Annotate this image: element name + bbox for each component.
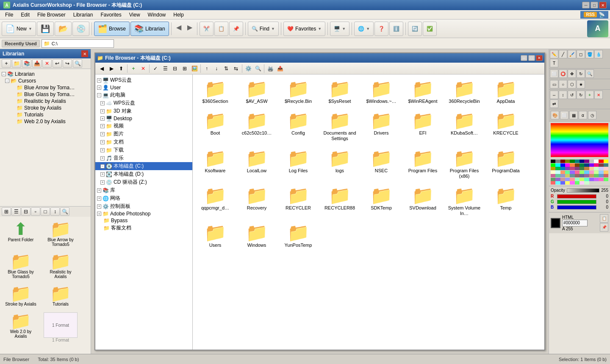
color-cell[interactable] [575,181,580,185]
file-item[interactable]: 📁 SVDownload [404,185,442,218]
file-item[interactable]: 📁 Boot [196,110,234,143]
lib-new-lib-button[interactable]: 📚 [22,59,31,68]
tree-adobe[interactable]: + 📁 Adobe Photoshop [95,210,192,217]
color-cell[interactable] [551,171,555,174]
rp-flip-v[interactable]: ↕ [559,91,567,99]
tree-item-realistic[interactable]: 📁 Realistic by Axialis [0,98,91,105]
fb-print[interactable]: 🖨️ [266,64,275,73]
rp-color-swap[interactable]: ⇄ [550,99,558,108]
check-button[interactable]: ✅ [423,22,437,36]
file-item[interactable]: 📁 KRECYCLE [487,110,525,143]
color-cell[interactable] [575,171,580,174]
expand-3d[interactable]: + [100,109,105,113]
file-item[interactable]: 📁 EFI [404,110,442,143]
tree-item-stroke[interactable]: 📁 Stroke by Axialis [0,105,91,111]
color-cell[interactable] [584,167,589,170]
file-item[interactable]: 📁 $AV_ASW [238,78,276,106]
thumb-stroke[interactable]: 📁 Stroke by Axialis [2,283,40,309]
tree-library[interactable]: + 📚 库 [95,186,192,194]
rp-text[interactable]: T [550,59,558,67]
color-cell[interactable] [555,178,560,181]
file-item[interactable]: 📁 Documents and Settings [321,110,359,143]
fb-sort1[interactable]: ↑ [202,64,211,73]
expand-librarian[interactable]: − [2,72,6,76]
thumb-tutorials[interactable]: 📁 Tutorials [42,283,80,309]
rp-rect[interactable]: ▭ [550,80,558,88]
color-cell[interactable] [594,174,599,177]
expand-video[interactable]: + [100,124,105,128]
color-cell[interactable] [584,160,589,163]
color-cell[interactable] [560,160,565,163]
file-item[interactable]: 📁 c62c502c10… [238,110,276,143]
view-mode-2[interactable]: ☰ [11,207,21,216]
color-cell[interactable] [604,160,608,163]
color-cell[interactable] [555,167,560,170]
color-cell[interactable] [555,163,560,167]
cut-button[interactable]: ✂️ [200,22,214,36]
menu-help[interactable]: Help [170,11,187,19]
rp-history[interactable]: ◷ [588,111,596,119]
file-item[interactable]: 📁 KDubaSoft… [445,110,483,143]
color-cell[interactable] [565,163,570,167]
color-cell[interactable] [580,163,584,167]
copy-button[interactable]: 📋 [214,22,228,36]
thumb-filter[interactable]: 🔍 [60,207,69,216]
html-input[interactable] [562,220,588,226]
color-cell[interactable] [580,181,584,185]
file-item[interactable]: 📁 YunPosTemp [279,222,317,250]
fb-sort3[interactable]: ⇅ [222,64,231,73]
color-cell[interactable] [565,171,570,174]
color-cell[interactable] [565,178,570,181]
color-cell[interactable] [599,163,603,167]
color-cell[interactable] [560,181,565,185]
tree-music[interactable]: + 🎵 音乐 [95,154,192,162]
color-cell[interactable] [551,163,555,167]
expand-downloads[interactable]: + [100,148,105,152]
tree-this-pc[interactable]: − 💻 此电脑 [95,91,192,99]
info-button[interactable]: ℹ️ [389,22,403,36]
tree-bypass[interactable]: 📁 Bypass [95,217,192,224]
thumb-parent-folder[interactable]: ⬆ Parent Folder [2,218,40,249]
expand-wps[interactable]: + [97,78,101,83]
lib-redo-button[interactable]: ↪ [63,59,72,68]
color-cell[interactable] [570,171,574,174]
color-gradient[interactable] [551,123,608,157]
file-item[interactable]: 📁 $WinREAgent [404,78,442,106]
color-cell[interactable] [565,181,570,185]
fb-close-button[interactable]: ✕ [536,55,543,61]
file-item[interactable]: 📁 Users [196,222,234,250]
browse-button[interactable]: 🗂️ Browse [94,22,130,36]
rp-star[interactable]: ★ [577,80,585,88]
tree-documents[interactable]: + 📁 文档 [95,138,192,146]
rp-pattern[interactable]: ▦ [569,111,578,119]
fb-forward-button[interactable]: ▶ [107,64,116,73]
color-cell[interactable] [584,163,589,167]
view-mode-3[interactable]: ⊟ [21,207,30,216]
color-cell[interactable] [560,171,565,174]
expand-library[interactable]: + [97,188,101,193]
rp-line[interactable]: ╱ [559,50,567,58]
color-cell[interactable] [589,178,594,181]
tree-cd-drive[interactable]: + 💿 CD 驱动器 (Z:) [95,178,192,186]
tree-network[interactable]: + 🌐 网络 [95,194,192,202]
expand-desktop[interactable]: + [100,116,105,121]
file-item[interactable]: 📁 AppData [487,78,525,106]
expand-music[interactable]: + [100,156,105,160]
tree-desktop[interactable]: + 🖥️ Desktop [95,115,192,122]
color-cell[interactable] [599,178,603,181]
open-button[interactable]: 📂 [55,22,72,36]
fb-options[interactable]: ⚙️ [244,64,253,73]
color-cell[interactable] [580,160,584,163]
color-cell[interactable] [589,171,594,174]
rp-rotate-right[interactable]: ↻ [577,91,585,99]
fb-add-button[interactable]: + [129,64,138,73]
rp-rotate-left[interactable]: ↺ [568,91,576,99]
lib-search-button[interactable]: 🔍 [73,59,82,68]
color-cell[interactable] [555,174,560,177]
color-cell[interactable] [551,174,555,177]
fb-maximize-button[interactable]: □ [528,55,535,61]
color-cell[interactable] [555,171,560,174]
rp-circle[interactable]: ○ [559,80,567,88]
color-cell[interactable] [594,178,599,181]
color-cell[interactable] [560,163,565,167]
